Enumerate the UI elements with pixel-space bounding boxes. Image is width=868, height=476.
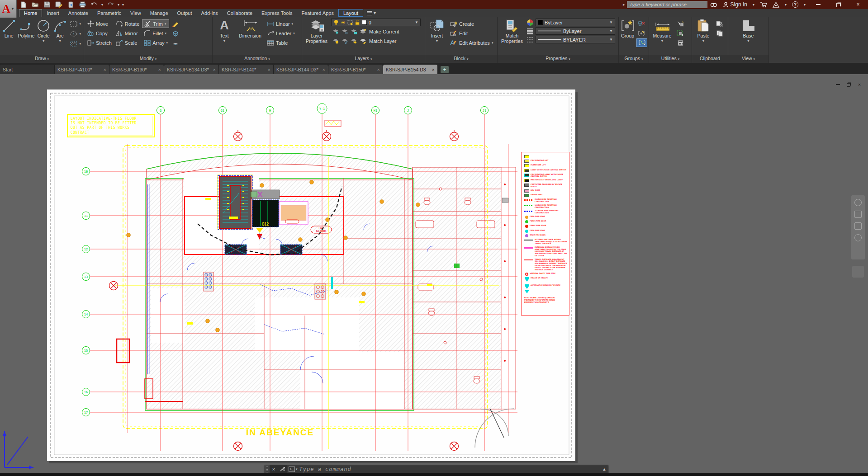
block-edit-button[interactable]: Edit <box>449 29 494 38</box>
search-collapse-arrow[interactable]: ▸ <box>621 2 627 7</box>
polyline-button[interactable]: Polyline <box>18 18 35 55</box>
erase-button[interactable] <box>171 19 180 28</box>
ellipse-tool-button[interactable]: ▾ <box>69 29 82 38</box>
file-tab-close-icon[interactable]: × <box>323 67 325 72</box>
close-button[interactable]: × <box>848 0 868 9</box>
restore-button[interactable] <box>828 0 848 9</box>
doc-restore-button[interactable] <box>845 81 852 88</box>
file-tab[interactable]: KSR-SJP-B140*× <box>219 65 274 74</box>
file-tab-close-icon[interactable]: × <box>432 67 435 72</box>
lineweight-select[interactable]: ByLayer ▼ <box>536 27 615 35</box>
mirror-button[interactable]: Mirror <box>114 29 141 38</box>
linetype-select[interactable]: BYLAYER ▼ <box>536 36 615 43</box>
undo-dropdown[interactable]: ▾ <box>101 3 103 7</box>
new-file-button[interactable] <box>19 1 28 8</box>
panel-label-clipboard[interactable]: Clipboard <box>692 55 728 63</box>
text-button[interactable]: A Text ▼ <box>214 18 235 55</box>
group-edit-button[interactable] <box>636 29 647 38</box>
copy-clip-button[interactable] <box>715 29 725 38</box>
scale-button[interactable]: Scale <box>114 38 141 47</box>
sign-in-dropdown[interactable]: ▾ <box>753 3 754 7</box>
panel-label-block[interactable]: Block ▾ <box>425 55 497 63</box>
object-color-dropdown[interactable]: ▼ <box>609 20 613 24</box>
file-tab[interactable]: KSR-SJP-A100*× <box>55 65 109 74</box>
panel-label-utilities[interactable]: Utilities ▾ <box>649 55 692 63</box>
circle-button[interactable]: Circle ▼ <box>36 18 51 55</box>
trim-dropdown[interactable]: ▾ <box>165 22 166 26</box>
array-button[interactable]: Array▾ <box>142 38 169 47</box>
insert-dropdown[interactable]: ▼ <box>436 39 439 43</box>
offset-button[interactable] <box>171 38 180 47</box>
ribbon-tab-parametric[interactable]: Parametric <box>93 9 126 17</box>
ribbon-display-toggle[interactable]: ▾ <box>363 9 379 17</box>
ribbon-tab-express-tools[interactable]: Express Tools <box>257 9 297 17</box>
file-tab-close-icon[interactable]: × <box>158 67 161 72</box>
minimize-button[interactable] <box>808 0 828 9</box>
ribbon-tab-collaborate[interactable]: Collaborate <box>223 9 257 17</box>
file-tab-close-icon[interactable]: × <box>377 67 380 72</box>
new-drawing-tab-button[interactable]: + <box>441 66 449 73</box>
doc-close-button[interactable]: × <box>856 81 863 88</box>
ribbon-tab-view[interactable]: View <box>126 9 146 17</box>
doc-minimize-button[interactable] <box>834 81 841 88</box>
orbit-icon[interactable] <box>854 234 862 241</box>
group-selection-toggle[interactable] <box>636 38 647 47</box>
command-drag-handle[interactable] <box>265 465 270 473</box>
rectangle-tool-button[interactable]: ▾ <box>69 19 82 28</box>
make-current-button[interactable]: Make Current <box>331 27 421 36</box>
app-store-cart-icon[interactable] <box>760 2 767 8</box>
measure-dropdown[interactable]: ▼ <box>661 39 664 43</box>
search-input[interactable] <box>627 1 707 8</box>
stretch-button[interactable]: Stretch <box>85 38 113 47</box>
plot-button[interactable] <box>78 1 87 8</box>
command-customize-wrench-icon[interactable] <box>278 465 287 473</box>
group-button[interactable]: Group <box>620 18 635 55</box>
layer-select[interactable]: ☀ 0 ▼ <box>331 19 421 26</box>
file-tab[interactable]: KSR-SJP-B130*× <box>109 65 164 74</box>
linetype-dropdown[interactable]: ▼ <box>609 38 613 42</box>
file-tab[interactable]: KSR-SJP-B144 D3*× <box>274 65 328 74</box>
help-dropdown[interactable]: ▾ <box>804 3 806 7</box>
rotate-button[interactable]: Rotate <box>114 19 141 28</box>
array-dropdown[interactable]: ▾ <box>166 41 168 45</box>
drawing-canvas[interactable]: GG1HY-1H1JJ1 1011121314151617 <box>0 74 868 476</box>
base-dropdown[interactable]: ▼ <box>747 39 750 43</box>
arc-button[interactable]: Arc ▼ <box>52 18 68 55</box>
panel-label-view[interactable]: View ▾ <box>728 55 768 63</box>
ribbon-tab-addins[interactable]: Add-ins <box>197 9 223 17</box>
layer-select-dropdown[interactable]: ▼ <box>415 20 418 24</box>
ribbon-tab-insert[interactable]: Insert <box>42 9 64 17</box>
app-menu-button[interactable]: A ▼ <box>0 0 17 18</box>
layer-properties-button[interactable]: Layer Properties <box>304 18 330 55</box>
text-dropdown[interactable]: ▼ <box>223 39 226 43</box>
trim-button[interactable]: Trim▾ <box>142 19 169 28</box>
panel-label-draw[interactable]: Draw ▾ <box>0 55 84 63</box>
navigation-bar-extra[interactable] <box>852 266 864 278</box>
copy-button[interactable]: Copy <box>85 29 113 38</box>
ribbon-tab-output[interactable]: Output <box>173 9 197 17</box>
line-button[interactable]: Line <box>1 18 17 55</box>
linear-dropdown[interactable]: ▾ <box>292 22 294 26</box>
insert-button[interactable]: Insert ▼ <box>427 18 447 55</box>
file-tab[interactable]: KSR-SJP-B150*× <box>328 65 383 74</box>
edit-attributes-button[interactable]: Edit Attributes▾ <box>449 38 494 47</box>
search-icon[interactable] <box>710 2 717 8</box>
ribbon-tab-home[interactable]: Home <box>19 9 42 17</box>
file-tab-close-icon[interactable]: × <box>268 67 270 72</box>
redo-button[interactable] <box>106 1 115 8</box>
base-button[interactable]: Base ▼ <box>738 18 759 55</box>
file-tab[interactable]: KSR-SJP-B134 D3*× <box>164 65 219 74</box>
ribbon-tab-layout[interactable]: Layout <box>338 9 363 17</box>
measure-button[interactable]: Measure ▼ <box>650 18 674 55</box>
file-tab[interactable]: KSR-SJP-B154 D3× <box>383 65 438 74</box>
qat-customize-button[interactable]: ▾ <box>122 3 124 7</box>
help-icon[interactable]: ? <box>792 1 798 8</box>
save-button[interactable] <box>43 1 52 8</box>
edit-attributes-dropdown[interactable]: ▾ <box>492 41 493 45</box>
explode-button[interactable] <box>171 29 180 38</box>
linear-button[interactable]: Linear▾ <box>266 19 296 28</box>
panel-label-annotation[interactable]: Annotation ▾ <box>213 55 302 63</box>
panel-label-groups[interactable]: Groups ▾ <box>619 55 649 63</box>
panel-label-properties[interactable]: Properties ▾ <box>498 55 618 63</box>
a360-share-icon[interactable] <box>773 2 779 8</box>
